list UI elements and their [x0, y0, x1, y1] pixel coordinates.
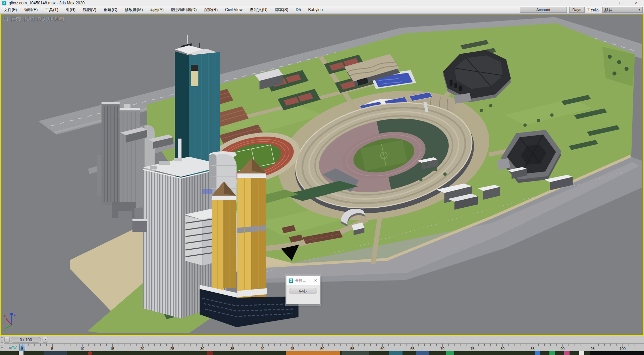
3ds-max-window: 3 glbxz.com_10450148.max - 3ds Max 2020 …	[0, 0, 644, 355]
ruler-tick	[454, 344, 455, 346]
world-axis-gizmo: z x y	[3, 310, 20, 331]
taskbar-icon	[579, 351, 584, 355]
ruler-tick	[94, 344, 95, 346]
ruler-tick	[575, 344, 575, 346]
taskbar-icon	[19, 351, 23, 355]
viewport[interactable]: [+][正交][标准][默认明暗处理] z x y 3 变换... ✕ 中心	[0, 14, 644, 336]
ruler-tick	[556, 344, 557, 346]
ruler-tick	[364, 344, 365, 346]
center-button[interactable]: 中心	[289, 288, 317, 294]
taskbar-icon	[207, 351, 213, 355]
ruler-tick	[280, 344, 281, 346]
ruler-tick	[250, 344, 251, 346]
ruler-tick	[328, 344, 329, 346]
dialog-app-icon: 3	[289, 278, 293, 283]
dialog-title: 变换...	[295, 278, 306, 284]
taskbar-icon	[590, 351, 644, 355]
ruler-tick	[70, 344, 70, 346]
ruler-tick	[521, 344, 521, 346]
previous-frame-button[interactable]: ‹	[4, 337, 10, 343]
ruler-tick	[184, 344, 184, 346]
frame-display[interactable]: 0 / 100	[11, 337, 41, 343]
days-button[interactable]: Days	[569, 7, 585, 13]
ruler-tick	[400, 344, 401, 346]
ruler-tick	[538, 344, 539, 346]
next-frame-button[interactable]: ›	[43, 337, 48, 343]
menu-item-5[interactable]: 创建(C)	[100, 6, 121, 13]
workspace-dropdown[interactable]: 默认 ▼	[602, 7, 643, 13]
taskbar-icon	[44, 351, 67, 355]
ruler-tick	[430, 344, 431, 346]
viewport-menu-pov[interactable]: [正交]	[10, 16, 21, 22]
menu-bar: 文件(F)编辑(E)工具(T)组(G)视图(V)创建(C)修改器(M)动画(A)…	[0, 6, 644, 14]
taskbar-icon	[446, 351, 454, 355]
account-button[interactable]: Account	[520, 7, 567, 13]
menu-item-8[interactable]: 图形编辑器(D)	[167, 6, 201, 13]
ruler-tick	[268, 344, 269, 346]
menu-item-1[interactable]: 编辑(E)	[20, 6, 41, 13]
transform-dialog[interactable]: 3 变换... ✕ 中心	[286, 276, 320, 304]
ruler-label: 80	[500, 347, 504, 351]
ruler-tick	[581, 344, 581, 346]
menu-item-3[interactable]: 组(G)	[62, 6, 79, 13]
ruler-label: 85	[530, 347, 534, 351]
taskbar-icon	[286, 351, 340, 355]
ruler-tick	[527, 344, 527, 346]
ruler-tick	[166, 344, 167, 346]
ruler-tick	[196, 344, 197, 346]
ruler-tick	[238, 344, 238, 346]
menu-item-13[interactable]: D5	[292, 6, 304, 13]
menu-item-4[interactable]: 视图(V)	[79, 6, 100, 13]
ruler-tick	[154, 344, 155, 346]
viewport-menu-general[interactable]: [+]	[3, 16, 8, 22]
ruler-tick	[340, 344, 341, 346]
ruler-tick	[226, 344, 227, 346]
viewport-menu-shading[interactable]: [默认明暗处理]	[37, 16, 64, 22]
frame-navigation: ‹ 0 / 100 ›	[4, 336, 644, 343]
ruler-tick	[467, 344, 467, 346]
menu-item-11[interactable]: 自定义(U)	[246, 6, 271, 13]
taskbar-icon	[88, 351, 92, 355]
ruler-label: 50	[320, 347, 324, 351]
ruler-tick	[436, 344, 437, 346]
ruler-tick	[544, 344, 545, 346]
menu-item-10[interactable]: Civil View	[221, 6, 246, 13]
menu-item-7[interactable]: 动画(A)	[147, 6, 167, 13]
ruler-tick	[316, 344, 317, 346]
gold-tower-short[interactable]	[212, 182, 236, 290]
time-ruler[interactable]: 0 05101520253035404550556065707580859095…	[4, 343, 644, 351]
close-button[interactable]: ✕	[629, 0, 644, 6]
ruler-tick	[58, 344, 58, 346]
viewport-menu-standard[interactable]: [标准]	[23, 16, 34, 22]
menu-item-9[interactable]: 渲染(R)	[200, 6, 221, 13]
axis-y-label: y	[3, 327, 5, 331]
menu-item-12[interactable]: 脚本(S)	[271, 6, 292, 13]
axis-x-label: x	[4, 314, 6, 318]
ruler-tick	[76, 344, 76, 346]
taskbar-icon	[549, 351, 555, 355]
title-bar[interactable]: 3 glbxz.com_10450148.max - 3ds Max 2020 …	[0, 0, 644, 6]
ruler-tick	[587, 344, 587, 346]
mini-curve-editor-icon[interactable]	[8, 345, 17, 351]
dialog-close-icon[interactable]: ✕	[314, 278, 317, 283]
ruler-tick	[46, 344, 47, 346]
chevron-down-icon: ▼	[638, 8, 641, 11]
maximize-button[interactable]: ▢	[613, 0, 629, 6]
ruler-label: 70	[440, 347, 444, 351]
ruler-label: 10	[80, 347, 84, 351]
timeline-drag-handle[interactable]	[0, 336, 3, 351]
ruler-label: 55	[350, 347, 354, 351]
menu-item-2[interactable]: 工具(T)	[41, 6, 62, 13]
menu-item-14[interactable]: Babylon	[305, 6, 326, 13]
ruler-tick	[40, 344, 41, 346]
taskbar-icon	[564, 351, 570, 355]
scene-3d-city[interactable]	[1, 14, 643, 335]
ruler-label: 40	[260, 347, 264, 351]
ruler-label: 65	[410, 347, 414, 351]
menu-item-6[interactable]: 修改器(M)	[121, 6, 147, 13]
ruler-label: 15	[110, 347, 114, 351]
app-icon: 3	[2, 1, 6, 5]
dialog-title-bar[interactable]: 3 变换... ✕	[286, 276, 320, 285]
minimize-button[interactable]: —	[598, 0, 613, 6]
menu-item-0[interactable]: 文件(F)	[0, 6, 20, 13]
